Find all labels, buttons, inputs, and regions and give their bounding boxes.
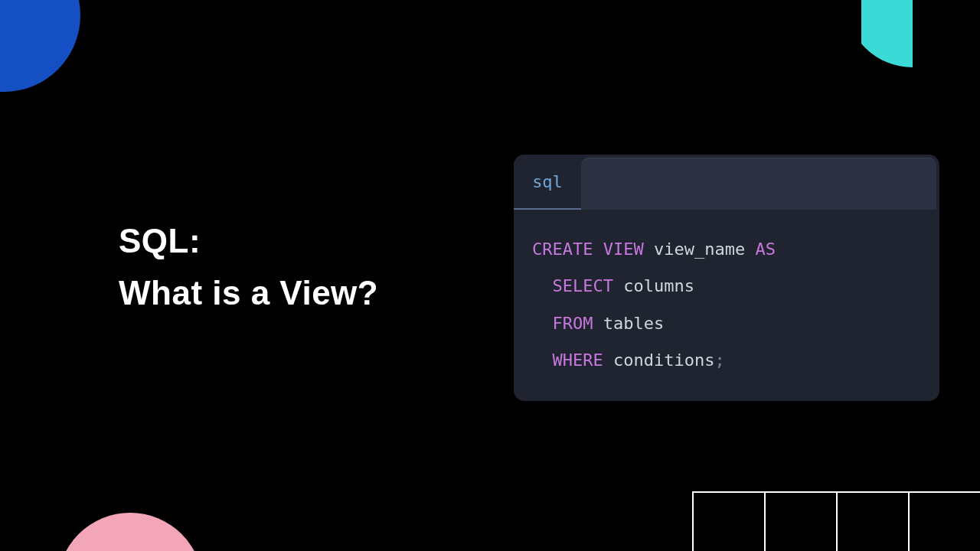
code-tab-sql[interactable]: sql (514, 155, 581, 210)
code-tabbar: sql (514, 155, 939, 210)
title-block: SQL: What is a View? (119, 222, 378, 312)
title-line-1: SQL: (119, 222, 378, 260)
decor-blue-circle (0, 0, 80, 92)
decor-cyan-quarter (861, 0, 980, 67)
code-line-2: SELECT columns (532, 268, 921, 305)
code-line-4: WHERE conditions; (532, 342, 921, 379)
code-line-1: CREATE VIEW view_name AS (532, 231, 921, 268)
code-line-3: FROM tables (532, 305, 921, 342)
grid-cell (908, 491, 980, 551)
code-tabbar-empty (581, 158, 936, 210)
grid-cell (692, 491, 764, 551)
title-line-2: What is a View? (119, 274, 378, 312)
code-panel: sql CREATE VIEW view_name AS SELECT colu… (514, 155, 939, 401)
decor-pink-circle (57, 513, 203, 551)
grid-cell (836, 491, 908, 551)
grid-cell (764, 491, 836, 551)
decor-grid (692, 491, 980, 551)
code-body: CREATE VIEW view_name AS SELECT columns … (514, 210, 939, 401)
